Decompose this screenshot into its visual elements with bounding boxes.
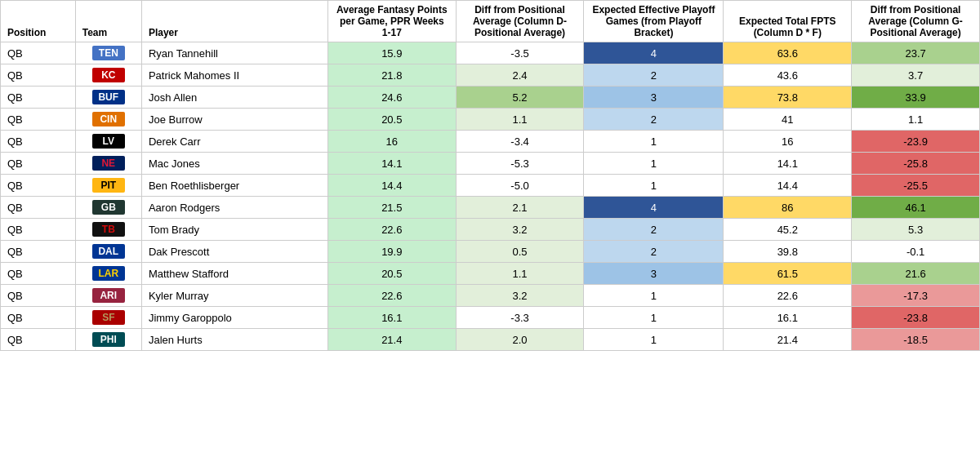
header-diff-g: Diff from Positional Average (Column G-P… <box>852 1 980 42</box>
cell-exp-total: 16 <box>724 131 852 153</box>
cell-position: QB <box>1 197 76 219</box>
fantasy-table: Position Team Player Average Fantasy Poi… <box>0 0 980 351</box>
cell-diff-g: 3.7 <box>852 64 980 87</box>
cell-avg-fpts: 21.8 <box>327 64 456 87</box>
cell-position: QB <box>1 42 76 64</box>
cell-position: QB <box>1 175 76 197</box>
cell-position: QB <box>1 153 76 175</box>
cell-exp-games: 1 <box>584 131 724 153</box>
cell-diff-g: 33.9 <box>852 87 980 109</box>
cell-player: Jimmy Garoppolo <box>141 307 327 329</box>
cell-position: QB <box>1 109 76 131</box>
cell-diff-g: -25.5 <box>852 175 980 197</box>
cell-diff-g: -23.8 <box>852 307 980 329</box>
cell-exp-games: 2 <box>584 64 724 87</box>
cell-avg-fpts: 20.5 <box>327 263 456 285</box>
cell-player: Mac Jones <box>141 153 327 175</box>
cell-exp-games: 1 <box>584 153 724 175</box>
cell-diff-g: -0.1 <box>852 241 980 263</box>
cell-diff-pos: 2.4 <box>456 64 584 87</box>
header-exp-games: Expected Effective Playoff Games (from P… <box>584 1 724 42</box>
cell-team: PIT <box>75 175 141 197</box>
cell-exp-total: 63.6 <box>724 42 852 64</box>
cell-diff-g: 23.7 <box>852 42 980 64</box>
cell-player: Patrick Mahomes II <box>141 64 327 87</box>
cell-exp-games: 1 <box>584 329 724 351</box>
cell-team: GB <box>75 197 141 219</box>
header-avg-fpts: Average Fantasy Points per Game, PPR Wee… <box>327 1 456 42</box>
cell-player: Josh Allen <box>141 87 327 109</box>
cell-exp-total: 22.6 <box>724 285 852 307</box>
header-exp-total: Expected Total FPTS (Column D * F) <box>724 1 852 42</box>
cell-position: QB <box>1 263 76 285</box>
cell-exp-total: 86 <box>724 197 852 219</box>
cell-player: Matthew Stafford <box>141 263 327 285</box>
cell-team: BUF <box>75 87 141 109</box>
cell-diff-pos: -3.4 <box>456 131 584 153</box>
cell-player: Ben Roethlisberger <box>141 175 327 197</box>
header-diff-pos: Diff from Positional Average (Column D-P… <box>456 1 584 42</box>
cell-team: TEN <box>75 42 141 64</box>
cell-diff-pos: 2.1 <box>456 197 584 219</box>
cell-avg-fpts: 20.5 <box>327 109 456 131</box>
cell-diff-g: -18.5 <box>852 329 980 351</box>
cell-exp-games: 2 <box>584 241 724 263</box>
cell-diff-pos: 2.0 <box>456 329 584 351</box>
cell-position: QB <box>1 307 76 329</box>
cell-exp-games: 2 <box>584 109 724 131</box>
cell-position: QB <box>1 329 76 351</box>
cell-diff-pos: -3.3 <box>456 307 584 329</box>
cell-exp-total: 39.8 <box>724 241 852 263</box>
cell-exp-games: 1 <box>584 307 724 329</box>
cell-exp-games: 3 <box>584 263 724 285</box>
cell-exp-total: 16.1 <box>724 307 852 329</box>
cell-exp-total: 73.8 <box>724 87 852 109</box>
cell-exp-games: 3 <box>584 87 724 109</box>
cell-position: QB <box>1 87 76 109</box>
cell-avg-fpts: 14.1 <box>327 153 456 175</box>
cell-diff-g: -25.8 <box>852 153 980 175</box>
cell-team: TB <box>75 219 141 241</box>
cell-exp-total: 14.4 <box>724 175 852 197</box>
cell-player: Tom Brady <box>141 219 327 241</box>
cell-player: Joe Burrow <box>141 109 327 131</box>
header-position: Position <box>1 1 76 42</box>
cell-diff-pos: 1.1 <box>456 109 584 131</box>
cell-diff-pos: -5.0 <box>456 175 584 197</box>
cell-exp-total: 41 <box>724 109 852 131</box>
cell-diff-pos: -5.3 <box>456 153 584 175</box>
cell-avg-fpts: 22.6 <box>327 219 456 241</box>
cell-position: QB <box>1 285 76 307</box>
cell-player: Aaron Rodgers <box>141 197 327 219</box>
cell-exp-games: 1 <box>584 175 724 197</box>
cell-team: ARI <box>75 285 141 307</box>
cell-diff-g: 21.6 <box>852 263 980 285</box>
cell-avg-fpts: 16 <box>327 131 456 153</box>
cell-exp-games: 1 <box>584 285 724 307</box>
cell-exp-total: 21.4 <box>724 329 852 351</box>
cell-avg-fpts: 15.9 <box>327 42 456 64</box>
header-team: Team <box>75 1 141 42</box>
cell-exp-games: 4 <box>584 42 724 64</box>
cell-position: QB <box>1 241 76 263</box>
cell-avg-fpts: 24.6 <box>327 87 456 109</box>
cell-team: LAR <box>75 263 141 285</box>
cell-diff-pos: 0.5 <box>456 241 584 263</box>
cell-player: Jalen Hurts <box>141 329 327 351</box>
cell-diff-g: 5.3 <box>852 219 980 241</box>
cell-team: LV <box>75 131 141 153</box>
cell-position: QB <box>1 64 76 87</box>
cell-team: NE <box>75 153 141 175</box>
cell-exp-total: 14.1 <box>724 153 852 175</box>
cell-diff-pos: -3.5 <box>456 42 584 64</box>
cell-avg-fpts: 19.9 <box>327 241 456 263</box>
cell-exp-total: 45.2 <box>724 219 852 241</box>
cell-exp-games: 2 <box>584 219 724 241</box>
header-player: Player <box>141 1 327 42</box>
cell-diff-g: 46.1 <box>852 197 980 219</box>
cell-avg-fpts: 22.6 <box>327 285 456 307</box>
cell-avg-fpts: 21.4 <box>327 329 456 351</box>
cell-team: DAL <box>75 241 141 263</box>
cell-team: CIN <box>75 109 141 131</box>
main-container: Position Team Player Average Fantasy Poi… <box>0 0 980 351</box>
